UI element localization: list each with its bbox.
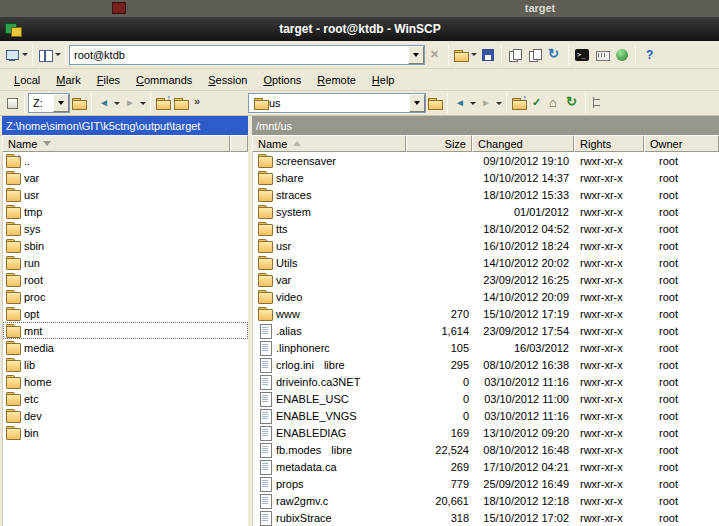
local-path-bar[interactable]: Z:\home\simon\GIT\k5ctng\output\target — [2, 116, 248, 135]
file-row[interactable]: share10/10/2012 14:37rwxr-xr-xroot — [253, 169, 719, 186]
file-row[interactable]: tts18/10/2012 04:52rwxr-xr-xroot — [253, 220, 719, 237]
local-root-directory-button[interactable] — [172, 92, 190, 114]
drive-combo-dropdown[interactable] — [53, 94, 69, 112]
name-cell: ENABLEDIAG — [253, 424, 407, 441]
app-titlebar[interactable]: target - root@ktdb - WinSCP — [0, 17, 719, 41]
local-parent-directory-button[interactable]: ↑ — [154, 92, 172, 114]
file-row[interactable]: sbin — [3, 237, 248, 254]
column-header-size[interactable]: Size — [406, 135, 472, 152]
bookmarks-button[interactable] — [3, 92, 21, 114]
file-row[interactable]: video14/10/2012 20:09rwxr-xr-xroot — [253, 288, 719, 305]
file-row[interactable]: fb.modeslibre22,52408/10/2012 16:48rwxr-… — [253, 441, 719, 458]
outer-titlebar[interactable]: target — [0, 0, 719, 17]
file-row[interactable]: run — [3, 254, 248, 271]
remote-forward-button[interactable] — [477, 92, 503, 114]
file-row[interactable]: metadata.ca26917/10/2012 04:21rwxr-xr-xr… — [253, 458, 719, 475]
column-header-name[interactable]: Name — [252, 135, 406, 152]
file-row[interactable]: mnt — [3, 322, 248, 339]
column-header-rights[interactable]: Rights — [574, 135, 644, 152]
file-row[interactable]: proc — [3, 288, 248, 305]
local-back-button[interactable] — [95, 92, 121, 114]
menu-remote[interactable]: Remote — [309, 71, 364, 89]
directory-tree-button[interactable] — [589, 92, 607, 114]
file-row[interactable]: var — [3, 169, 248, 186]
file-name: sys — [24, 223, 41, 235]
column-header-name[interactable]: Name — [2, 135, 230, 152]
file-row[interactable]: .linphonerc10516/03/2012rwxr-xr-xroot — [253, 339, 719, 356]
file-row[interactable]: ↑.. — [3, 152, 248, 169]
menu-commands[interactable]: Commands — [128, 71, 200, 89]
file-row[interactable]: dev — [3, 407, 248, 424]
file-row[interactable]: usr16/10/2012 18:24rwxr-xr-xroot — [253, 237, 719, 254]
refresh-button[interactable] — [545, 44, 565, 66]
menu-session[interactable]: Session — [200, 71, 255, 89]
file-row[interactable]: bin — [3, 424, 248, 441]
menu-mark[interactable]: Mark — [48, 71, 88, 89]
local-forward-button[interactable] — [121, 92, 147, 114]
file-row[interactable]: screensaver09/10/2012 19:10rwxr-xr-xroot — [253, 152, 719, 169]
column-header-owner[interactable]: Owner — [644, 135, 719, 152]
save-session-button[interactable] — [478, 44, 498, 66]
remote-directory-combo[interactable]: us — [248, 93, 426, 113]
file-row[interactable]: root — [3, 271, 248, 288]
help-button[interactable] — [639, 44, 659, 66]
file-row[interactable]: raw2gmv.c20,66118/10/2012 12:18rwxr-xr-x… — [253, 492, 719, 509]
remote-directory-dropdown[interactable] — [409, 94, 425, 112]
open-directory-button[interactable] — [452, 44, 478, 66]
open-console-button[interactable] — [572, 44, 592, 66]
file-row[interactable]: ENABLE_VNGS003/10/2012 11:16rwxr-xr-xroo… — [253, 407, 719, 424]
remote-home-button[interactable] — [546, 92, 564, 114]
menu-options[interactable]: Options — [255, 71, 309, 89]
new-session-button[interactable] — [3, 44, 29, 66]
file-row[interactable]: home — [3, 373, 248, 390]
drive-combo[interactable]: Z: — [28, 93, 70, 113]
file-row[interactable]: sys — [3, 220, 248, 237]
file-row[interactable]: system01/01/2012rwxr-xr-xroot — [253, 203, 719, 220]
file-row[interactable]: ENABLE_USC003/10/2012 11:00rwxr-xr-xroot — [253, 390, 719, 407]
file-row[interactable]: tmp — [3, 203, 248, 220]
file-row[interactable]: usr — [3, 186, 248, 203]
file-row[interactable]: Utils14/10/2012 20:02rwxr-xr-xroot — [253, 254, 719, 271]
menu-local[interactable]: Local — [6, 71, 48, 89]
column-header-changed[interactable]: Changed — [472, 135, 574, 152]
remote-go-to-directory-button[interactable] — [528, 92, 546, 114]
name-cell: www — [253, 305, 407, 322]
changed-cell: 16/10/2012 18:24 — [473, 237, 575, 254]
file-row[interactable]: rubixStrace31815/10/2012 17:02rwxr-xr-xr… — [253, 509, 719, 526]
panel-layout-button[interactable] — [36, 44, 62, 66]
file-row[interactable]: straces18/10/2012 15:33rwxr-xr-xroot — [253, 186, 719, 203]
file-row[interactable]: crlog.inilibre29508/10/2012 16:38rwxr-xr… — [253, 356, 719, 373]
menu-files[interactable]: Files — [89, 71, 128, 89]
file-row[interactable]: ENABLEDIAG16913/10/2012 09:20rwxr-xr-xro… — [253, 424, 719, 441]
column-header-label: Changed — [478, 138, 523, 150]
changed-cell: 14/10/2012 20:09 — [473, 288, 575, 305]
local-open-folder-button[interactable] — [70, 92, 88, 114]
file-row[interactable]: www27015/10/2012 17:19rwxr-xr-xroot — [253, 305, 719, 322]
session-combo[interactable]: root@ktdb — [69, 45, 425, 65]
file-icon — [257, 341, 273, 355]
remote-path-bar[interactable]: /mnt/us — [252, 116, 719, 135]
file-row[interactable]: driveinfo.ca3NET003/10/2012 11:16rwxr-xr… — [253, 373, 719, 390]
file-row[interactable]: lib — [3, 356, 248, 373]
file-row[interactable]: opt — [3, 305, 248, 322]
remote-open-folder-button[interactable] — [426, 92, 444, 114]
size-cell: 0 — [407, 407, 473, 424]
copy-files-button[interactable] — [505, 44, 525, 66]
keymap-button[interactable] — [592, 44, 612, 66]
file-row[interactable]: media — [3, 339, 248, 356]
synchronize-button[interactable] — [612, 44, 632, 66]
file-row[interactable]: .alias1,61423/09/2012 17:54rwxr-xr-xroot — [253, 322, 719, 339]
file-name: var — [24, 172, 39, 184]
remote-refresh-button[interactable] — [564, 92, 582, 114]
remote-back-button[interactable] — [451, 92, 477, 114]
duplicate-file-button[interactable] — [525, 44, 545, 66]
remote-parent-directory-button[interactable]: ↑ — [510, 92, 528, 114]
close-session-button[interactable] — [425, 44, 445, 66]
rights-cell: rwxr-xr-x — [575, 424, 645, 441]
file-row[interactable]: props77925/09/2012 16:49rwxr-xr-xroot — [253, 475, 719, 492]
menu-help[interactable]: Help — [364, 71, 403, 89]
session-combo-dropdown[interactable] — [408, 46, 424, 64]
file-row[interactable]: var23/09/2012 16:25rwxr-xr-xroot — [253, 271, 719, 288]
more-buttons[interactable] — [190, 92, 208, 114]
file-row[interactable]: etc — [3, 390, 248, 407]
